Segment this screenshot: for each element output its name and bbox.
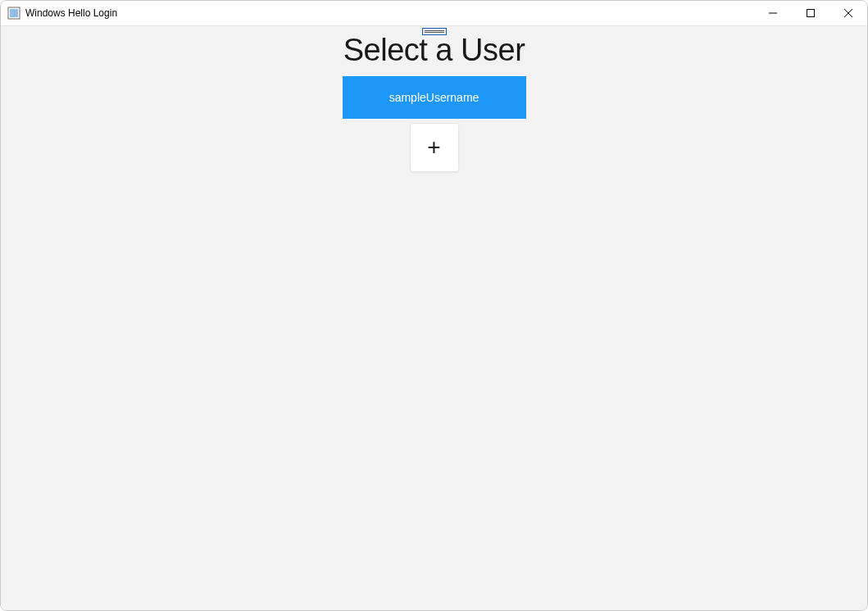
page-title: Select a User: [343, 33, 525, 68]
minimize-icon: [769, 9, 777, 17]
svg-rect-1: [10, 9, 18, 17]
user-tile-button[interactable]: sampleUsername: [343, 76, 526, 119]
window-controls: [754, 1, 867, 25]
close-icon: [844, 9, 852, 17]
app-icon: [7, 7, 20, 20]
svg-rect-3: [807, 10, 815, 17]
titlebar: Windows Hello Login: [1, 1, 867, 25]
close-button[interactable]: [829, 1, 867, 25]
user-select-panel: Select a User sampleUsername +: [343, 26, 526, 172]
maximize-icon: [807, 9, 815, 17]
add-user-button[interactable]: +: [410, 123, 459, 172]
maximize-button[interactable]: [792, 1, 829, 25]
minimize-button[interactable]: [754, 1, 792, 25]
app-window: Windows Hello Login Select a User sample…: [0, 0, 868, 611]
content-area: Select a User sampleUsername +: [1, 25, 867, 610]
window-title: Windows Hello Login: [25, 7, 754, 19]
